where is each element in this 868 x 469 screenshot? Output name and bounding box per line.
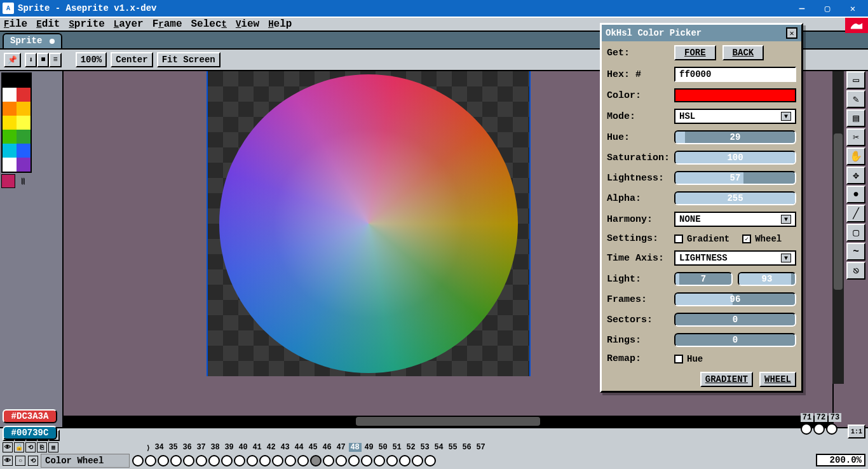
menu-help[interactable]: Help <box>268 18 292 30</box>
horizontal-scrollbar[interactable] <box>64 416 832 427</box>
tool-button-3[interactable]: ✂ <box>846 128 865 146</box>
get-fore-button[interactable]: FORE <box>674 45 716 60</box>
menu-view[interactable]: View <box>236 18 259 30</box>
frame-cel[interactable] <box>208 455 220 466</box>
get-back-button[interactable]: BACK <box>722 45 764 60</box>
lightness-slider[interactable]: 57 <box>674 171 796 185</box>
frame-cel[interactable] <box>132 455 144 466</box>
hue-slider[interactable]: 29 <box>674 130 796 144</box>
frame-cel[interactable] <box>348 455 360 466</box>
continuous-icon[interactable]: ⟲ <box>25 442 36 452</box>
frame-numbers-right[interactable]: 717273 <box>801 413 841 435</box>
close-button[interactable]: ✕ <box>840 0 865 17</box>
tool-button-8[interactable]: ▢ <box>846 224 865 241</box>
frame-cel[interactable] <box>196 455 207 466</box>
palette-swatch[interactable] <box>3 130 17 144</box>
frame-number[interactable]: 41 <box>251 443 264 452</box>
palette-options-button[interactable]: ≡ <box>49 53 61 67</box>
frame-number[interactable]: 48 <box>349 443 362 452</box>
pin-toggle[interactable]: 📌 <box>4 53 21 67</box>
frame-cel[interactable] <box>374 455 385 466</box>
frame-number[interactable]: 40 <box>237 443 250 452</box>
frame-number[interactable]: 35 <box>167 443 180 452</box>
tool-button-5[interactable]: ✥ <box>846 167 865 184</box>
dialog-titlebar[interactable]: OkHsl Color Picker ✕ <box>602 25 801 41</box>
eye-icon[interactable]: 👁 <box>3 442 13 452</box>
palette-swatch[interactable] <box>3 116 17 130</box>
vertical-scrollbar[interactable] <box>832 71 844 384</box>
frame-number[interactable]: 46 <box>321 443 334 452</box>
palette-swatch[interactable] <box>17 102 31 116</box>
color-swatch[interactable] <box>674 88 796 102</box>
frame-cel[interactable] <box>158 455 169 466</box>
tool-button-10[interactable]: ⎋ <box>846 262 865 280</box>
tool-button-9[interactable]: ~ <box>846 243 865 261</box>
link-icon[interactable]: ⎘ <box>37 442 47 452</box>
lock-icon[interactable]: 🔒 <box>14 442 24 452</box>
frame-number[interactable]: 53 <box>419 443 431 452</box>
layer-lock-icon[interactable]: ○ <box>15 456 25 466</box>
remap-hue-checkbox[interactable]: Hue <box>674 354 703 364</box>
foreground-color-button[interactable]: #DC3A3A <box>3 409 57 423</box>
menu-layer[interactable]: Layer <box>114 18 144 30</box>
zoom-percent-button[interactable]: 100% <box>76 52 107 67</box>
palette-swatch[interactable] <box>17 130 31 144</box>
frame-cel[interactable] <box>412 455 423 466</box>
tool-button-6[interactable]: ● <box>846 186 865 203</box>
frame-cel[interactable] <box>170 455 182 466</box>
frame-cel[interactable] <box>310 455 322 466</box>
frame-cel[interactable] <box>285 455 296 466</box>
timeaxis-select[interactable]: LIGHTNESS▼ <box>674 250 796 266</box>
light-hi-slider[interactable]: 93 <box>738 272 796 286</box>
sectors-slider[interactable]: 0 <box>674 313 796 327</box>
tool-button-4[interactable]: ✋ <box>846 147 865 165</box>
zoom-readout[interactable]: 200.0% <box>816 454 865 466</box>
frame-number[interactable]: 37 <box>195 443 208 452</box>
frame-cel[interactable] <box>272 455 283 466</box>
saturation-slider[interactable]: 100 <box>674 151 796 165</box>
frame-cel[interactable] <box>259 455 271 466</box>
palette-swatch[interactable] <box>3 88 17 102</box>
menu-select[interactable]: Select <box>191 18 227 30</box>
menu-sprite[interactable]: Sprite <box>69 18 104 30</box>
frame-number[interactable]: 39 <box>223 443 236 452</box>
palette-swatch[interactable] <box>3 74 17 88</box>
palette-swatch[interactable] <box>17 158 31 172</box>
frame-number[interactable]: 54 <box>433 443 445 452</box>
palette-swatch[interactable] <box>17 116 31 130</box>
frame-cells[interactable] <box>132 455 436 466</box>
fit-screen-button[interactable]: Fit Screen <box>157 52 220 67</box>
hex-input[interactable]: ff0000 <box>674 67 796 82</box>
tool-button-1[interactable]: ✎ <box>846 90 865 108</box>
tab-sprite[interactable]: Sprite <box>3 33 62 48</box>
frame-number[interactable]: 42 <box>265 443 278 452</box>
maximize-button[interactable]: ▢ <box>815 0 840 17</box>
layer-eye-icon[interactable]: 👁 <box>3 456 13 466</box>
frame-cel[interactable] <box>247 455 258 466</box>
frame-number[interactable]: 38 <box>209 443 222 452</box>
frame-numbers[interactable]: 3435363738394041424344454647484950515253… <box>153 443 487 452</box>
rings-slider[interactable]: 0 <box>674 333 796 347</box>
frames-slider[interactable]: 96 <box>674 292 796 306</box>
palette-swatch[interactable] <box>17 144 31 158</box>
frame-cel[interactable] <box>336 455 347 466</box>
one-to-one-button[interactable]: 1:1 <box>848 425 865 438</box>
frame-number[interactable]: 45 <box>307 443 320 452</box>
frame-number[interactable]: 55 <box>447 443 459 452</box>
harmony-select[interactable]: NONE▼ <box>674 212 796 227</box>
frame-number[interactable]: 57 <box>475 443 487 452</box>
menu-edit[interactable]: Edit <box>36 18 60 30</box>
frame-cel[interactable] <box>234 455 245 466</box>
tool-button-0[interactable]: ▭ <box>846 71 865 89</box>
frame-cel[interactable] <box>221 455 233 466</box>
layer-name[interactable]: Color Wheel <box>41 454 130 468</box>
tool-button-7[interactable]: ╱ <box>846 205 865 222</box>
color-palette[interactable] <box>1 72 32 173</box>
palette-presets-button[interactable]: ⬇ <box>25 53 37 67</box>
tool-button-2[interactable]: ▤ <box>846 109 865 127</box>
frame-cel[interactable] <box>361 455 372 466</box>
frame-number[interactable]: 49 <box>363 443 376 452</box>
frame-cel[interactable] <box>399 455 410 466</box>
mode-select[interactable]: HSL▼ <box>674 109 796 124</box>
palette-swatch[interactable] <box>3 102 17 116</box>
